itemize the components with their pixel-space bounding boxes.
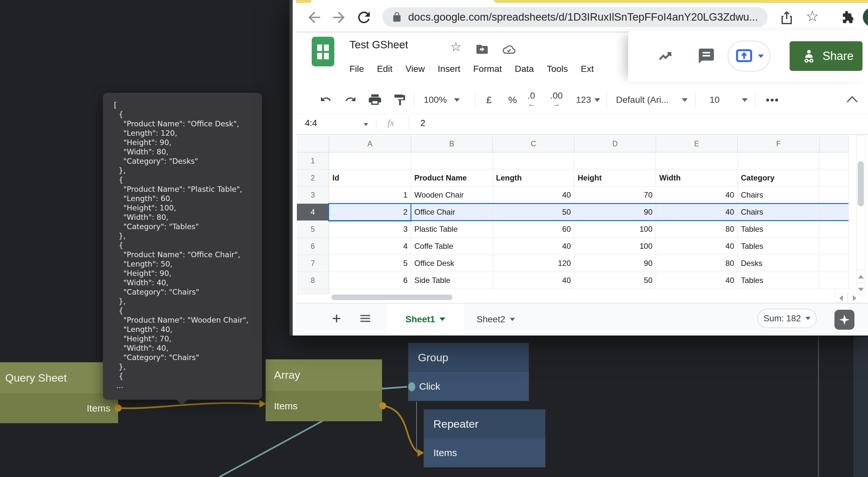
row-header-6[interactable]: 6 <box>297 238 329 255</box>
cell-a5[interactable]: 3 <box>329 221 411 238</box>
node-query-sheet-title[interactable]: Query Sheet <box>0 362 118 393</box>
column-header-a[interactable]: A <box>329 135 411 152</box>
sum-indicator[interactable]: Sum: 182 <box>757 309 817 328</box>
cell-f8[interactable]: Tables <box>738 272 819 289</box>
cell-e2[interactable]: Width <box>656 170 738 186</box>
add-sheet-button[interactable]: + <box>332 309 341 327</box>
sheet-tab-sheet1[interactable]: Sheet1 <box>387 304 464 335</box>
cell-e5[interactable]: 80 <box>656 221 738 238</box>
cell-c6[interactable]: 40 <box>493 238 575 255</box>
extensions-puzzle-icon[interactable] <box>841 10 858 27</box>
cell-f7[interactable]: Desks <box>738 255 819 272</box>
star-document-icon[interactable]: ☆ <box>450 39 462 54</box>
collapse-toolbar-chevron[interactable] <box>848 87 856 113</box>
font-size-select[interactable]: 10 <box>710 87 719 113</box>
font-select-caret-wrap[interactable] <box>682 87 688 113</box>
cell-a8[interactable]: 6 <box>329 272 411 289</box>
row-header-1[interactable]: 1 <box>297 152 329 170</box>
scroll-right-button[interactable] <box>848 293 861 303</box>
row-header-9-partial[interactable] <box>297 289 329 294</box>
cell-c4[interactable]: 50 <box>493 204 575 221</box>
cell-e4[interactable]: 40 <box>656 204 738 221</box>
cell-c3[interactable]: 40 <box>493 186 575 204</box>
cell-d2[interactable]: Height <box>575 170 656 186</box>
cell-a1[interactable] <box>329 152 411 170</box>
node-group-click-port-label[interactable]: Click <box>408 372 529 401</box>
document-title[interactable]: Test GSheet <box>349 39 408 51</box>
redo-icon[interactable] <box>343 87 358 113</box>
row-header-7[interactable]: 7 <box>297 255 329 272</box>
menu-extensions[interactable]: Ext <box>581 64 594 74</box>
cell-e7[interactable]: 80 <box>656 255 738 272</box>
cell-b5[interactable]: Plastic Table <box>411 221 493 238</box>
sheets-logo-icon[interactable] <box>312 37 334 66</box>
percent-format-button[interactable]: % <box>508 87 517 113</box>
number-format-menu[interactable]: 123 <box>576 87 600 113</box>
menu-data[interactable]: Data <box>515 64 534 74</box>
horizontal-scrollbar-thumb[interactable] <box>331 295 453 300</box>
cell-f2[interactable]: Category <box>738 170 819 186</box>
column-header-g[interactable] <box>819 135 849 152</box>
cell-f5[interactable]: Tables <box>738 221 819 238</box>
cell-d6[interactable]: 100 <box>575 238 656 255</box>
node-repeater[interactable]: Repeater Items <box>424 409 545 467</box>
explore-button[interactable] <box>834 310 855 330</box>
address-bar[interactable]: docs.google.com/spreadsheets/d/1D3IRuxIl… <box>382 7 768 27</box>
cell-e3[interactable]: 40 <box>656 186 738 204</box>
sheet-tab-sheet2[interactable]: Sheet2 <box>476 304 515 335</box>
cell-d3[interactable]: 70 <box>575 186 656 204</box>
cell-d7[interactable]: 90 <box>575 255 656 272</box>
cloud-status-icon[interactable] <box>502 42 516 58</box>
undo-icon[interactable] <box>318 87 333 113</box>
node-query-sheet-items-port-label[interactable]: Items <box>0 393 118 423</box>
cell-b7[interactable]: Office Desk <box>411 255 493 272</box>
name-box[interactable]: 4:4 <box>305 118 317 128</box>
cell-b4[interactable]: Office Chair <box>411 204 493 221</box>
column-header-e[interactable]: E <box>656 135 738 152</box>
currency-format-button[interactable]: £ <box>486 87 492 113</box>
vertical-scrollbar-thumb[interactable] <box>858 161 864 206</box>
present-to-meeting-button[interactable] <box>727 41 770 72</box>
row-header-2[interactable]: 2 <box>297 170 329 186</box>
cell-g3[interactable] <box>819 186 849 204</box>
menu-view[interactable]: View <box>405 64 425 74</box>
node-repeater-items-port-label[interactable]: Items <box>424 438 545 467</box>
menu-edit[interactable]: Edit <box>377 64 392 74</box>
cell-f1[interactable] <box>738 152 819 170</box>
column-header-f[interactable]: F <box>738 135 819 152</box>
cell-f6[interactable]: Tables <box>738 238 819 255</box>
node-group-title[interactable]: Group <box>408 343 529 372</box>
cell-d5[interactable]: 100 <box>575 221 656 238</box>
bookmark-star-icon[interactable]: ☆ <box>806 7 823 25</box>
reload-button[interactable] <box>355 9 373 26</box>
move-to-folder-icon[interactable] <box>475 42 489 57</box>
formula-input[interactable]: 2 <box>421 118 425 128</box>
cell-b2[interactable]: Product Name <box>411 170 493 186</box>
all-sheets-menu-icon[interactable] <box>361 313 370 323</box>
paint-format-icon[interactable] <box>392 87 406 113</box>
column-header-d[interactable]: D <box>575 135 656 152</box>
cell-c1[interactable] <box>493 152 575 170</box>
scroll-up-button[interactable] <box>857 270 865 283</box>
column-header-c[interactable]: C <box>493 135 575 152</box>
comment-icon[interactable] <box>697 47 715 66</box>
cell-g1[interactable] <box>819 152 849 170</box>
cell-b1[interactable] <box>411 152 493 170</box>
font-size-caret-wrap[interactable] <box>742 87 748 113</box>
row-header-5[interactable]: 5 <box>297 221 329 238</box>
more-toolbar-options[interactable]: ••• <box>766 87 779 113</box>
node-query-sheet[interactable]: Query Sheet Items <box>0 362 118 423</box>
scroll-left-button[interactable] <box>834 293 848 303</box>
node-array-items-port-label[interactable]: Items <box>266 390 382 421</box>
browser-avatar[interactable]: A <box>863 7 868 27</box>
cell-g4[interactable] <box>819 204 849 221</box>
cell-b3[interactable]: Wooden Chair <box>411 186 493 204</box>
cell-g7[interactable] <box>819 255 849 272</box>
cell-e8[interactable]: 40 <box>656 272 738 289</box>
cell-g2[interactable] <box>819 170 849 186</box>
cell-b8[interactable]: Side Table <box>411 272 493 289</box>
row-header-8[interactable]: 8 <box>297 272 329 289</box>
node-array[interactable]: Array Items <box>266 360 382 421</box>
forward-button[interactable] <box>330 9 347 26</box>
cell-f3[interactable]: Chairs <box>738 186 819 204</box>
